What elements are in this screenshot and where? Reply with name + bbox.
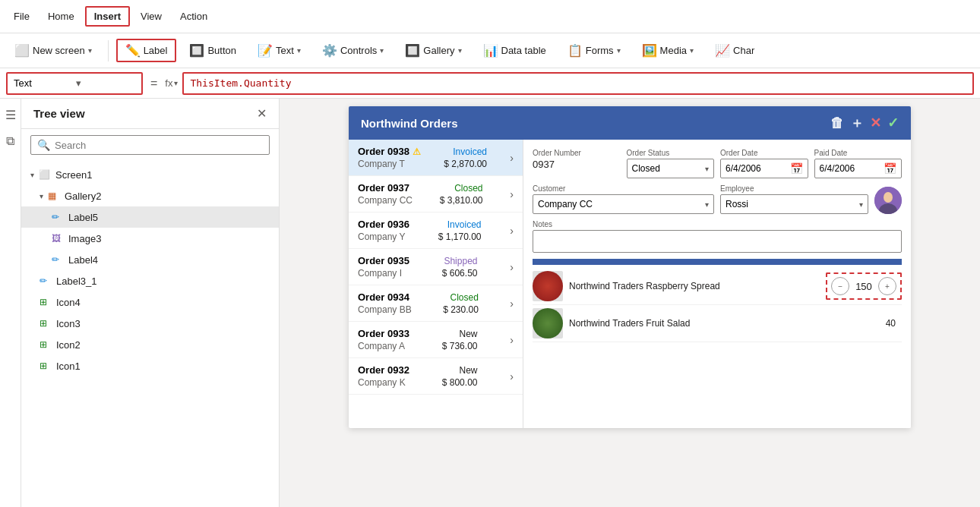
icon1-label: Icon1: [56, 361, 81, 372]
avatar-image: [874, 187, 902, 214]
order-0936-num: Order 0936: [358, 219, 409, 230]
data-table-button[interactable]: 📊 Data table: [475, 39, 555, 61]
new-screen-button[interactable]: ⬜ New screen ▾: [6, 39, 100, 61]
order-0937-chevron: ›: [510, 188, 514, 200]
tree-title: Tree view: [33, 107, 85, 120]
text-button[interactable]: 📝 Text ▾: [249, 39, 309, 61]
order-date-input[interactable]: 6/4/2006 📅: [720, 159, 808, 178]
separator-1: [108, 40, 109, 61]
layers-icon[interactable]: ⧉: [3, 131, 17, 151]
gallery-button[interactable]: 🔲 Gallery ▾: [397, 39, 469, 61]
customer-input[interactable]: Company CC ▾: [533, 194, 714, 214]
fruit-img: [533, 308, 563, 339]
nw-delete-btn[interactable]: 🗑: [830, 115, 844, 131]
data-table-icon: 📊: [483, 43, 498, 58]
customer-dropdown-icon: ▾: [705, 200, 709, 209]
paid-date-input[interactable]: 6/4/2006 📅: [814, 159, 903, 178]
notes-field: Notes: [533, 220, 902, 253]
button-label: Button: [207, 45, 236, 56]
customer-value: Company CC: [538, 199, 593, 209]
tree-item-icon3[interactable]: ⊞ Icon3: [21, 313, 279, 334]
fx-chevron: ▾: [174, 79, 178, 87]
notes-input[interactable]: [533, 230, 902, 253]
menu-home[interactable]: Home: [40, 8, 82, 25]
media-button[interactable]: 🖼️ Media ▾: [634, 39, 702, 61]
detail-row-2: Customer Company CC ▾ Employee Rossi: [533, 184, 902, 214]
order-item-0937[interactable]: Order 0937 Company CC Closed $ 3,810.00 …: [349, 176, 523, 213]
order-0938-amount: $ 2,870.00: [444, 159, 487, 169]
app-preview: Northwind Orders 🗑 ＋ ✕ ✓ Order 09: [349, 106, 911, 428]
hamburger-icon[interactable]: ☰: [2, 105, 19, 125]
order-item-0935[interactable]: Order 0935 Company I Shipped $ 606.50 ›: [349, 249, 523, 285]
tree-item-screen1[interactable]: ▾ ⬜ Screen1: [21, 164, 279, 185]
label3-1-label: Label3_1: [56, 276, 97, 287]
tree-item-icon1[interactable]: ⊞ Icon1: [21, 355, 279, 376]
tree-item-label3-1[interactable]: ✏ Label3_1: [21, 270, 279, 291]
chart-button[interactable]: 📈 Char: [707, 39, 763, 61]
order-number-field: Order Number 0937: [533, 149, 621, 178]
order-item-0932[interactable]: Order 0932 Company K New $ 800.00 ›: [349, 358, 523, 395]
tree-item-label5[interactable]: ✏ Label5: [21, 206, 279, 228]
order-0933-amount: $ 736.00: [442, 341, 478, 351]
order-item-0936[interactable]: Order 0936 Company Y Invoiced $ 1,170.00…: [349, 213, 523, 249]
product-row-2[interactable]: Northwind Traders Fruit Salad 40: [533, 305, 902, 342]
gallery2-icon: ▦: [48, 191, 60, 201]
order-item-0933[interactable]: Order 0933 Company A New $ 736.00 ›: [349, 322, 523, 358]
icon2-icon: ⊞: [40, 339, 52, 350]
tree-search-box[interactable]: 🔍: [30, 135, 270, 155]
label-button[interactable]: ✏️ Label: [116, 39, 177, 62]
tree-item-icon4[interactable]: ⊞ Icon4: [21, 291, 279, 313]
formula-selector[interactable]: Text ▾: [6, 72, 143, 95]
screen1-label: Screen1: [55, 169, 92, 181]
tree-item-gallery2[interactable]: ▾ ▦ Gallery2: [21, 185, 279, 206]
order-0933-company: Company A: [358, 341, 409, 351]
tree-item-image3[interactable]: 🖼 Image3: [21, 228, 279, 249]
tree-item-icon2[interactable]: ⊞ Icon2: [21, 334, 279, 355]
nw-check-btn[interactable]: ✓: [887, 115, 899, 131]
menu-insert[interactable]: Insert: [85, 6, 130, 27]
menu-action[interactable]: Action: [172, 8, 215, 25]
order-status-input[interactable]: Closed ▾: [627, 159, 715, 178]
paid-date-calendar-icon: 📅: [884, 162, 896, 175]
detail-row-1: Order Number 0937 Order Status Closed ▾ …: [533, 149, 902, 178]
order-0938-company: Company T: [358, 159, 421, 169]
label5-label: Label5: [68, 212, 98, 223]
gallery-chevron: ▾: [458, 46, 462, 55]
button-button[interactable]: 🔲 Button: [181, 39, 245, 61]
text-chevron: ▾: [297, 46, 301, 55]
menu-file[interactable]: File: [6, 8, 37, 25]
notes-label: Notes: [533, 220, 902, 228]
qty-plus-icon[interactable]: +: [878, 277, 896, 295]
product-1-qty-control[interactable]: − 150 +: [826, 272, 902, 300]
nw-close-btn[interactable]: ✕: [870, 115, 881, 131]
qty-minus-icon[interactable]: −: [831, 277, 849, 295]
search-input[interactable]: [55, 140, 263, 151]
gallery2-chevron: ▾: [40, 192, 43, 200]
order-0934-right: Closed $ 230.00: [443, 292, 479, 315]
menu-view[interactable]: View: [133, 8, 169, 25]
controls-button[interactable]: ⚙️ Controls ▾: [314, 39, 392, 61]
controls-icon: ⚙️: [322, 43, 337, 58]
order-0932-num: Order 0932: [358, 364, 409, 376]
order-0938-num: Order 0938 ⚠: [358, 146, 421, 157]
order-0937-amount: $ 3,810.00: [440, 195, 483, 206]
product-1-qty-value: 150: [855, 281, 872, 292]
nw-add-btn[interactable]: ＋: [850, 114, 864, 132]
nw-body: Order 0938 ⚠ Company T Invoiced $ 2,870.…: [349, 140, 911, 428]
order-0934-company: Company BB: [358, 304, 412, 315]
order-item-0938[interactable]: Order 0938 ⚠ Company T Invoiced $ 2,870.…: [349, 140, 523, 176]
product-row-1[interactable]: Northwind Traders Raspberry Spread − 150…: [533, 268, 902, 305]
forms-chevron: ▾: [617, 46, 621, 55]
formula-input[interactable]: [182, 72, 974, 95]
gallery-label: Gallery: [423, 45, 454, 56]
label4-icon: ✏: [52, 254, 64, 265]
tree-close-button[interactable]: ✕: [257, 106, 267, 121]
forms-button[interactable]: 📋 Forms ▾: [559, 39, 629, 61]
order-0936-company: Company Y: [358, 231, 409, 242]
paid-date-value: 6/4/2006: [820, 163, 855, 174]
order-status-value: Closed: [632, 163, 660, 174]
order-item-0934[interactable]: Order 0934 Company BB Closed $ 230.00 ›: [349, 285, 523, 322]
employee-input[interactable]: Rossi ▾: [720, 194, 868, 214]
label-label: Label: [144, 45, 168, 56]
tree-item-label4[interactable]: ✏ Label4: [21, 249, 279, 270]
